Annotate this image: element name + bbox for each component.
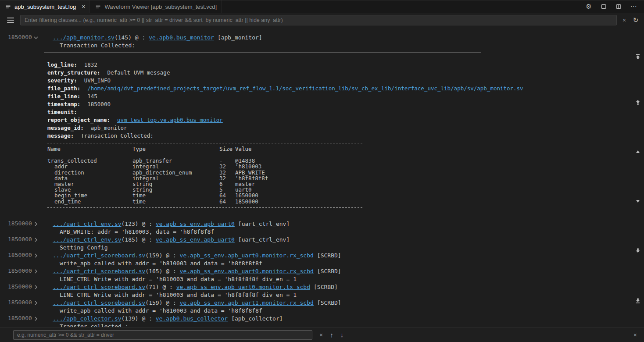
table-dashed-separator — [47, 143, 362, 143]
report-object-link[interactable]: ve.apb_ss_env.apb_uart0.monitor.tx_scbd — [176, 284, 310, 290]
filter-menu-icon[interactable] — [7, 18, 14, 23]
table-row: slavestring5uart0 — [47, 187, 490, 192]
find-close-icon[interactable]: × — [633, 331, 637, 338]
find-bar: × ↑ ↓ × — [0, 327, 644, 342]
report-object-link[interactable]: ve.apb_ss_env.apb_uart1.monitor.rx_scbd — [180, 299, 314, 306]
detail-field: report_object_name:uvm_test_top.ve.apb0.… — [47, 116, 490, 124]
file-link[interactable]: .../apb_collector.sv — [53, 315, 122, 322]
log-entry: 1850000 .../uart_ctrl_scoreboard.sv(165)… — [0, 267, 644, 283]
tab-close-icon[interactable]: × — [82, 4, 85, 10]
log-entry: 1850000 .../uart_ctrl_scoreboard.sv(71) … — [0, 283, 644, 299]
log-entry: 1850000 .../uart_ctrl_env.sv(123) @ : ve… — [0, 220, 644, 236]
filter-clear-icon[interactable]: × — [619, 17, 630, 24]
chevron-right-icon[interactable] — [33, 221, 39, 227]
table-row: trans_collectedapb_transfer-@14838 — [47, 158, 490, 164]
detail-field: timeunit: — [47, 108, 490, 116]
report-object-link[interactable]: ve.apb_ss_env.apb_uart0 — [156, 221, 235, 227]
log-entry: 1850000 .../apb_monitor.sv(145) @ : ve.a… — [0, 34, 644, 50]
log-entry: 1850000 .../uart_ctrl_scoreboard.sv(159)… — [0, 299, 644, 315]
detail-field: message:Transaction Collected: — [47, 132, 490, 140]
message-id-tag: [apb_monitor] — [218, 34, 262, 41]
table-row: masterstring6master — [47, 181, 490, 187]
file-path-link[interactable]: /home/amiq/dvt_predefined_projects_targe… — [87, 85, 523, 92]
entry-message: Setting Config — [53, 244, 644, 252]
waveform-file-icon — [95, 4, 101, 10]
report-object-link[interactable]: ve.apb0.bus_collector — [156, 315, 228, 322]
scroll-up-icon[interactable] — [634, 148, 641, 155]
table-row: begin_timetime641650000 — [47, 192, 490, 198]
file-line-ref: (145) — [114, 34, 132, 41]
refresh-icon[interactable]: ↻ — [630, 16, 641, 24]
filter-input[interactable] — [20, 15, 617, 25]
log-content: 1850000 .../apb_monitor.sv(145) @ : ve.a… — [0, 28, 644, 327]
tab-log-file[interactable]: apb_subsystem_test.log × — [0, 0, 90, 13]
more-actions-icon[interactable]: ⋯ — [630, 3, 637, 10]
file-link[interactable]: .../uart_ctrl_scoreboard.sv — [53, 268, 145, 274]
log-entry: 1850000 .../uart_ctrl_scoreboard.sv(159)… — [0, 252, 644, 267]
split-editor-icon[interactable] — [615, 3, 622, 10]
find-input[interactable] — [13, 330, 312, 340]
chevron-right-icon[interactable] — [33, 237, 39, 242]
entry-message: LINE_CTRL Write with addr = 'h810003 and… — [53, 291, 644, 299]
entry-timestamp: 1850000 — [8, 236, 32, 242]
nav-prev-icon[interactable] — [634, 99, 641, 106]
detail-field: file_path:/home/amiq/dvt_predefined_proj… — [47, 85, 490, 93]
find-clear-icon[interactable]: × — [319, 331, 323, 338]
log-entry: 1850000 .../apb_collector.sv(139) @ : ve… — [0, 315, 644, 327]
table-row: directionapb_direction_enum32APB_WRITE — [47, 170, 490, 175]
entry-timestamp: 1850000 — [8, 34, 32, 40]
entry-timestamp: 1850000 — [8, 252, 32, 258]
chevron-right-icon[interactable] — [33, 253, 39, 258]
table-row: end_timetime641850000 — [47, 199, 490, 204]
find-next-icon[interactable]: ↓ — [340, 331, 344, 338]
detail-field: timestamp:1850000 — [47, 100, 490, 108]
layout-icon[interactable] — [600, 3, 607, 10]
entry-message: APB_WRITE: addr = 'h810003, data = 'h8f8… — [53, 228, 644, 236]
file-link[interactable]: .../uart_ctrl_env.sv — [53, 236, 122, 243]
chevron-down-icon[interactable] — [33, 35, 39, 40]
tab-waveform-viewer[interactable]: Waveform Viewer [apb_subsystem_test.vcd] — [90, 0, 222, 13]
entry-timestamp: 1850000 — [8, 315, 32, 321]
report-object-link[interactable]: ve.apb0.bus_monitor — [149, 34, 214, 41]
file-link[interactable]: .../apb_monitor.sv — [53, 34, 114, 41]
entry-message: Transfer collected : — [53, 323, 644, 327]
chevron-right-icon[interactable] — [33, 285, 39, 290]
detail-field: entry_structure:Default UVM message — [47, 69, 490, 77]
report-object-link[interactable]: ve.apb_ss_env.apb_uart0.monitor.rx_scbd — [180, 252, 314, 259]
entry-message: LINE_CTRL Write with addr = 'h810003 and… — [53, 275, 644, 283]
chevron-right-icon[interactable] — [33, 316, 39, 321]
entry-timestamp: 1850000 — [8, 283, 32, 290]
entry-details-panel: log_line:1832 entry_structure:Default UV… — [47, 52, 490, 208]
table-dashed-separator — [47, 207, 362, 208]
detail-field: log_line:1832 — [47, 61, 490, 69]
file-link[interactable]: .../uart_ctrl_scoreboard.sv — [53, 299, 145, 306]
table-row: dataintegral32'h8f8f8f8f — [47, 175, 490, 181]
table-row: addrintegral32'h810003 — [47, 164, 490, 169]
file-link[interactable]: .../uart_ctrl_scoreboard.sv — [53, 252, 145, 259]
entry-timestamp: 1850000 — [8, 299, 32, 306]
at-separator: @ : — [132, 34, 149, 41]
entry-timestamp: 1850000 — [8, 267, 32, 274]
nav-last-icon[interactable] — [634, 297, 641, 304]
tab-bar: apb_subsystem_test.log × Waveform Viewer… — [0, 0, 644, 13]
log-viewer-window: { "tabs": [ { "label": "apb_subsystem_te… — [0, 0, 644, 342]
detail-field: message_id:apb_monitor — [47, 124, 490, 132]
find-previous-icon[interactable]: ↑ — [330, 331, 333, 338]
nav-first-icon[interactable] — [634, 53, 641, 60]
report-object-link[interactable]: ve.apb_ss_env.apb_uart0.monitor.rx_scbd — [180, 268, 314, 274]
detail-field: severity:UVM_INFO — [47, 77, 490, 85]
entry-message: Transaction Collected: — [53, 42, 644, 50]
entry-timestamp: 1850000 — [8, 220, 32, 227]
file-link[interactable]: .../uart_ctrl_scoreboard.sv — [53, 284, 145, 290]
log-file-icon — [5, 4, 11, 10]
chevron-right-icon[interactable] — [33, 269, 39, 274]
table-dashed-separator — [47, 155, 362, 155]
report-object-link[interactable]: ve.apb_ss_env.apb_uart0 — [156, 236, 235, 243]
tab-label: apb_subsystem_test.log — [14, 4, 76, 10]
settings-gear-icon[interactable]: ⚙ — [585, 3, 592, 10]
nav-next-icon[interactable] — [634, 247, 641, 254]
scroll-down-icon[interactable] — [634, 198, 641, 205]
chevron-right-icon[interactable] — [33, 300, 39, 306]
report-object-name-link[interactable]: uvm_test_top.ve.apb0.bus_monitor — [117, 117, 223, 123]
file-link[interactable]: .../uart_ctrl_env.sv — [53, 221, 122, 227]
